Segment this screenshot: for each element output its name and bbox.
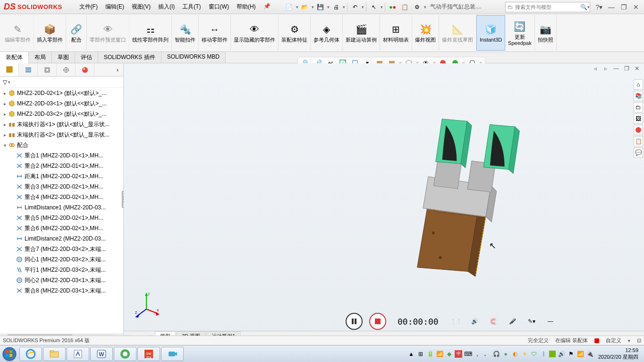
task-property-icon[interactable]: 📋 — [634, 136, 643, 147]
tree-item[interactable]: 同心1 (MHZ2-20D-03<2>,末端... — [0, 254, 123, 265]
tree-item[interactable]: 重合7 (MHZ2-20D-03<2>,末端... — [0, 244, 123, 254]
menu-window[interactable]: 窗口(W) — [205, 1, 233, 13]
tree-item[interactable]: 距离1 (MHZ2-20D-02<1>,MH... — [0, 171, 123, 181]
menu-tools[interactable]: 工具(T) — [178, 1, 204, 13]
tray-power-icon[interactable]: 🔌 — [586, 350, 593, 358]
close-button[interactable]: ✕ — [630, 2, 642, 12]
viewport[interactable]: ◃ ▹ — ❐ ✕ ⌂ 📚 🗀 🖼 📋 💬 — [124, 63, 644, 341]
tab-装配体[interactable]: 装配体 — [0, 52, 29, 63]
tray-orange-icon[interactable]: ◐ — [511, 350, 519, 358]
tray-flag-icon[interactable]: ⚑ — [567, 350, 575, 358]
vp-close-icon[interactable]: ✕ — [633, 64, 641, 73]
tree-item[interactable]: 重合4 (MHZ2-20D-02<1>,MH... — [0, 192, 123, 202]
status-custom[interactable]: 自定义 — [606, 337, 621, 344]
tree-item[interactable]: LimitDistance1 (MHZ2-20D-03... — [0, 202, 123, 213]
restore-button[interactable]: ❐ — [618, 2, 630, 12]
select-button[interactable]: ↖ — [368, 2, 380, 12]
menu-pin[interactable]: 📌 — [260, 1, 274, 13]
tree-toggle-icon[interactable]: ▸ — [2, 112, 8, 117]
tray-touchpad-icon[interactable]: ⊞ — [417, 350, 424, 358]
minimize-button[interactable]: — — [605, 2, 618, 12]
ribbon-爆炸视图[interactable]: 💥爆炸视图 — [412, 15, 439, 51]
tray-bluetooth-icon[interactable]: ᛒ — [540, 350, 547, 358]
ribbon-移动零部件[interactable]: ↔移动零部件 — [199, 15, 231, 51]
tray-network-icon[interactable]: 📶 — [436, 350, 443, 358]
tree-item[interactable]: ▸末端执行器<2> (默认<默认_显示状... — [0, 129, 123, 140]
menu-file[interactable]: 文件(F) — [76, 1, 102, 13]
ribbon-拍快照[interactable]: 📷拍快照 — [535, 15, 557, 51]
tray-battery-icon[interactable]: 🔋 — [426, 350, 434, 358]
ribbon-Instant3D[interactable]: 🧊Instant3D — [476, 15, 505, 51]
rebuild-button[interactable]: ●● — [387, 2, 398, 12]
settings-button[interactable]: ⚙ — [412, 2, 423, 12]
tree-toggle-icon[interactable]: ▸ — [2, 91, 8, 96]
tree-item[interactable]: 平行1 (MHZ2-20D-03<2>,末端... — [0, 265, 123, 275]
tree-item[interactable]: ▸MHZ2-20D-02<1> (默认<<默认>_... — [0, 88, 123, 98]
search-input[interactable] — [515, 4, 580, 10]
status-dropdown-icon[interactable]: ▾ — [628, 338, 630, 343]
tab-草图[interactable]: 草图 — [52, 52, 75, 63]
pen-icon[interactable]: ✎▾ — [525, 315, 538, 328]
triad-icon[interactable]: y x z — [132, 290, 161, 319]
stop-button[interactable] — [369, 313, 386, 330]
minimize-recorder-icon[interactable]: — — [544, 315, 557, 328]
tab-SOLIDWORKS MBD[interactable]: SOLIDWORKS MBD — [161, 52, 226, 63]
options-button[interactable]: 📋 — [399, 2, 411, 12]
vp-next-icon[interactable]: ▹ — [602, 64, 610, 73]
tree-item[interactable]: ▸末端执行器<1> (默认<默认_显示状... — [0, 119, 123, 129]
ribbon-参考几何体[interactable]: ◈参考几何体 — [311, 15, 343, 51]
tray-speaker-icon[interactable]: 🔊 — [558, 350, 565, 358]
mic-mute-icon[interactable]: 🎤̸ — [507, 315, 519, 328]
tray-wifi-icon[interactable]: 📶 — [576, 350, 584, 358]
tray-comma-icon[interactable]: , — [474, 350, 481, 358]
ribbon-材料明细表[interactable]: ⊞材料明细表 — [380, 15, 412, 51]
search-box[interactable]: 🗀 🔍▾ — [505, 2, 590, 12]
tray-punct-icon[interactable]: 。 — [483, 350, 491, 358]
tray-up-icon[interactable]: ▲ — [407, 350, 415, 358]
task-view-icon[interactable]: 🖼 — [634, 113, 643, 124]
search-icon[interactable]: 🔍 — [580, 4, 587, 10]
menu-view[interactable]: 视图(V) — [128, 1, 154, 13]
tree-item[interactable]: ▸MHZ2-20D-03<1> (默认<<默认>_... — [0, 98, 123, 109]
tree-toggle-icon[interactable]: ▸ — [2, 101, 8, 106]
taskbar-word[interactable]: W — [90, 347, 113, 361]
open-button[interactable]: 📂 — [299, 2, 311, 12]
tree-item[interactable]: ▸MHZ2-20D-03<2> (默认<<默认>_... — [0, 109, 123, 119]
tab-布局[interactable]: 布局 — [29, 52, 52, 63]
taskbar-app1[interactable] — [67, 347, 89, 361]
status-tool-icon[interactable]: ⊡ — [637, 337, 641, 344]
ribbon-新建运动算例[interactable]: 🎬新建运动算例 — [343, 15, 380, 51]
tree-item[interactable]: 重合5 (MHZ2-20D-02<1>,MH... — [0, 213, 123, 223]
tree-toggle-icon[interactable]: ▸ — [2, 132, 8, 138]
magnet-icon[interactable]: 🧲 — [488, 315, 500, 328]
panel-tab-display[interactable] — [76, 63, 94, 76]
tree-item[interactable]: LimitDistance2 (MHZ2-20D-03... — [0, 233, 123, 244]
menu-edit[interactable]: 编辑(E) — [102, 1, 128, 13]
model-view[interactable] — [350, 92, 549, 290]
tray-shield-icon[interactable]: 🛡 — [530, 350, 538, 358]
panel-tab-config[interactable] — [38, 63, 57, 76]
menu-insert[interactable]: 插入(I) — [154, 1, 178, 13]
tree-toggle-icon[interactable]: ▾ — [2, 143, 8, 148]
tab-SOLIDWORKS 插件[interactable]: SOLIDWORKS 插件 — [98, 52, 161, 63]
tray-green-icon[interactable]: ● — [502, 350, 509, 358]
save-button[interactable]: 💾 — [315, 2, 326, 12]
taskbar-camera[interactable] — [161, 347, 184, 361]
ribbon-显示隐藏的零部件[interactable]: 👁显示隐藏的零部件 — [231, 15, 279, 51]
start-button[interactable] — [0, 345, 19, 362]
tree-toggle-icon[interactable]: ▸ — [2, 122, 8, 127]
vp-restore-icon[interactable]: ❐ — [622, 64, 631, 73]
ribbon-智能扣件[interactable]: 🔩智能扣件 — [172, 15, 199, 51]
task-files-icon[interactable]: 🗀 — [634, 102, 643, 112]
pause-button[interactable] — [346, 313, 363, 330]
tree-item[interactable]: ▾配合 — [0, 140, 123, 150]
ribbon-配合[interactable]: 🔗配合 — [66, 15, 87, 51]
taskbar-360[interactable] — [114, 347, 136, 361]
panel-tab-property[interactable] — [19, 63, 38, 76]
tray-app1-icon[interactable]: ◆ — [445, 350, 453, 358]
task-home-icon[interactable]: ⌂ — [634, 79, 643, 90]
sound-icon[interactable]: 🔊 — [469, 315, 481, 328]
tray-keyboard-icon[interactable]: ⌨ — [464, 350, 472, 358]
vp-prev-icon[interactable]: ◃ — [591, 64, 600, 73]
tray-nvidia-icon[interactable] — [549, 351, 556, 357]
